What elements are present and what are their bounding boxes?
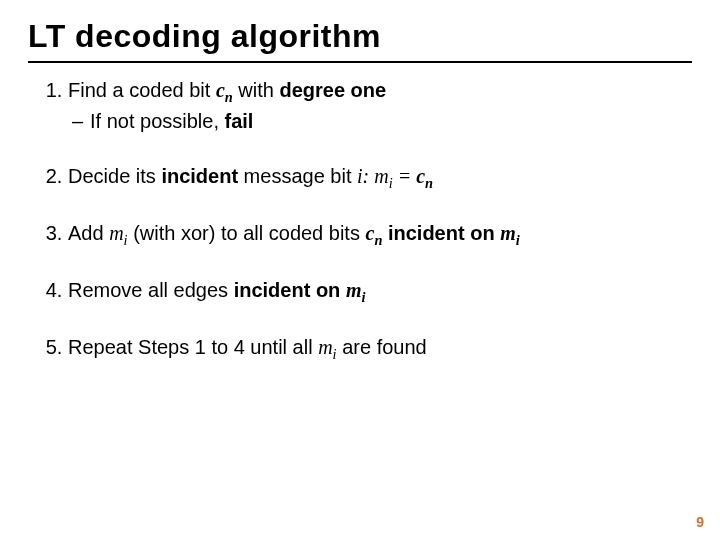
- step-1-text: Find a coded bit cn with degree one: [68, 79, 386, 101]
- text: (with xor) to all coded bits: [128, 222, 366, 244]
- m: m: [346, 279, 362, 301]
- step-1-sub: – If not possible, fail: [68, 108, 692, 135]
- step-1: Find a coded bit cn with degree one – If…: [68, 77, 692, 135]
- text: Decide its: [68, 165, 161, 187]
- var-mi-2: mi: [500, 222, 520, 244]
- sub-i: i: [516, 232, 520, 248]
- sub-i: i: [361, 289, 365, 305]
- var-mi: mi: [318, 336, 336, 358]
- var-i-mi: i: mi: [357, 165, 393, 187]
- sub-n: n: [225, 89, 233, 105]
- var-mi: mi: [109, 222, 127, 244]
- step-4: Remove all edges incident on mi: [68, 277, 692, 304]
- text: If not possible,: [90, 110, 225, 132]
- degree-one: degree one: [279, 79, 386, 101]
- text: with: [233, 79, 280, 101]
- c: c: [416, 165, 425, 187]
- c: c: [216, 79, 225, 101]
- equals: =: [393, 165, 417, 187]
- var-cn: cn: [365, 222, 382, 244]
- text: message bit: [238, 165, 357, 187]
- sub-n: n: [425, 175, 433, 191]
- incident: incident: [161, 165, 238, 187]
- incident-on: incident on: [388, 222, 500, 244]
- step-2-text: Decide its incident message bit i: mi = …: [68, 165, 433, 187]
- step-4-text: Remove all edges incident on mi: [68, 279, 365, 301]
- dash: –: [72, 108, 90, 135]
- step-3-text: Add mi (with xor) to all coded bits cn i…: [68, 222, 520, 244]
- m: m: [318, 336, 332, 358]
- step-5: Repeat Steps 1 to 4 until all mi are fou…: [68, 334, 692, 361]
- step-2: Decide its incident message bit i: mi = …: [68, 163, 692, 190]
- slide-title: LT decoding algorithm: [28, 18, 692, 63]
- step-3: Add mi (with xor) to all coded bits cn i…: [68, 220, 692, 247]
- text: are found: [337, 336, 427, 358]
- fail: fail: [225, 110, 254, 132]
- i-m: i: m: [357, 165, 389, 187]
- incident-on: incident on: [234, 279, 346, 301]
- slide: LT decoding algorithm Find a coded bit c…: [0, 0, 720, 540]
- page-number: 9: [696, 514, 704, 530]
- m: m: [500, 222, 516, 244]
- var-cn: cn: [216, 79, 233, 101]
- text: Add: [68, 222, 109, 244]
- var-mi: mi: [346, 279, 366, 301]
- text: Remove all edges: [68, 279, 234, 301]
- m: m: [109, 222, 123, 244]
- step-5-text: Repeat Steps 1 to 4 until all mi are fou…: [68, 336, 427, 358]
- var-cn: cn: [416, 165, 433, 187]
- text: Find a coded bit: [68, 79, 216, 101]
- text: Repeat Steps 1 to 4 until all: [68, 336, 318, 358]
- algorithm-list: Find a coded bit cn with degree one – If…: [28, 77, 692, 361]
